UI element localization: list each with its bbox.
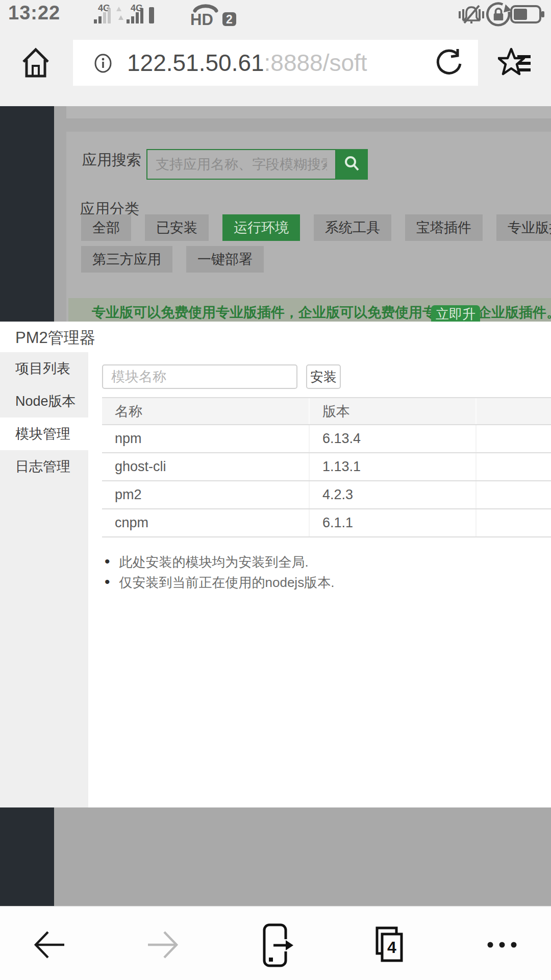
tab-count-badge: 4 <box>387 938 396 957</box>
dialog-sidebar-item[interactable]: 模块管理 <box>0 418 88 450</box>
url-path: :8888/soft <box>264 50 367 76</box>
category-filter-button[interactable]: 宝塔插件 <box>405 214 483 241</box>
url-host: 122.51.50.61 <box>127 50 264 76</box>
rotation-lock-icon <box>486 2 511 27</box>
forward-button[interactable] <box>146 930 180 960</box>
column-header-version: 版本 <box>309 398 475 424</box>
app-store-card: 应用搜索 应用分类 全部已安装运行环境系统工具宝塔插件专业版插件第三方应用一键部… <box>66 132 551 327</box>
module-version-cell: 6.13.4 <box>309 425 475 452</box>
column-header-name: 名称 <box>102 398 309 424</box>
category-filter-button[interactable]: 系统工具 <box>314 214 391 241</box>
svg-text:HD: HD <box>190 11 213 27</box>
category-filter-button[interactable]: 已安装 <box>145 214 209 241</box>
refresh-button[interactable] <box>434 48 464 78</box>
vibrate-mute-icon <box>458 4 485 26</box>
browser-bottom-nav: 4 <box>0 906 551 980</box>
category-filter-button[interactable]: 全部 <box>81 214 131 241</box>
module-extra-cell <box>475 481 551 508</box>
address-bar[interactable]: 122.51.50.61:8888/soft <box>73 40 478 86</box>
module-extra-cell <box>475 509 551 536</box>
pm2-manager-dialog: PM2管理器 项目列表Node版本模块管理日志管理 安装 名称 版本 npm 6… <box>0 322 551 807</box>
url-text: 122.51.50.61:8888/soft <box>127 40 367 86</box>
module-table-header: 名称 版本 <box>102 397 551 425</box>
browser-chrome: 13:22 4G 4G HD 2 <box>0 0 551 106</box>
module-version-cell: 4.2.3 <box>309 481 475 508</box>
module-name-cell: npm <box>102 425 309 452</box>
module-table-row: ghost-cli 1.13.1 <box>102 453 551 481</box>
clock: 13:22 <box>8 2 60 24</box>
module-extra-cell <box>475 425 551 452</box>
module-note: 仅安装到当前正在使用的nodejs版本. <box>105 572 334 592</box>
svg-text:2: 2 <box>226 13 233 26</box>
dialog-sidebar-item[interactable]: Node版本 <box>0 385 88 418</box>
module-extra-cell <box>475 453 551 480</box>
dialog-sidebar-item[interactable]: 项目列表 <box>0 352 88 385</box>
magnifier-icon <box>343 155 361 173</box>
module-name-cell: pm2 <box>102 481 309 508</box>
category-filter-button[interactable]: 第三方应用 <box>81 246 172 273</box>
module-version-cell: 6.1.1 <box>309 509 475 536</box>
dialog-title: PM2管理器 <box>15 326 95 350</box>
module-version-cell: 1.13.1 <box>309 453 475 480</box>
dialog-sidebar: 项目列表Node版本模块管理日志管理 <box>0 352 88 807</box>
volte-hd-icon: HD 2 <box>190 3 243 27</box>
battery-icon <box>510 5 545 24</box>
app-search-input[interactable] <box>146 149 336 180</box>
module-table-row: pm2 4.2.3 <box>102 481 551 509</box>
column-header-extra <box>475 398 551 424</box>
status-bar: 13:22 4G 4G HD 2 <box>0 0 551 28</box>
module-table-row: npm 6.13.4 <box>102 425 551 453</box>
phone-screen: 13:22 4G 4G HD 2 <box>0 0 551 980</box>
tabs-button[interactable]: 4 <box>372 926 406 963</box>
module-name-input[interactable] <box>102 364 297 389</box>
install-button[interactable]: 安装 <box>306 364 341 389</box>
exit-fullscreen-button[interactable] <box>262 923 295 968</box>
category-filter-button[interactable]: 一键部署 <box>186 246 264 273</box>
app-search-button[interactable] <box>336 149 368 180</box>
url-row: 122.51.50.61:8888/soft <box>0 28 551 106</box>
dialog-sidebar-item[interactable]: 日志管理 <box>0 450 88 483</box>
more-menu-button[interactable] <box>486 941 519 949</box>
module-table: 名称 版本 npm 6.13.4 ghost-cli 1.13.1 pm2 <box>102 397 551 537</box>
home-button[interactable] <box>21 46 50 78</box>
module-table-body: npm 6.13.4 ghost-cli 1.13.1 pm2 4.2.3 cn… <box>102 425 551 537</box>
category-filter-button[interactable]: 专业版插件 <box>496 214 551 241</box>
favorites-menu-button[interactable] <box>498 47 532 77</box>
category-filter-group: 全部已安装运行环境系统工具宝塔插件专业版插件第三方应用一键部署 <box>81 214 551 273</box>
cellular-signal-icon: 4G 4G <box>92 3 192 26</box>
page-info-icon[interactable] <box>93 54 113 73</box>
back-button[interactable] <box>33 930 66 960</box>
module-name-cell: cnpm <box>102 509 309 536</box>
module-note: 此处安装的模块均为安装到全局. <box>105 551 334 572</box>
module-notes: 此处安装的模块均为安装到全局.仅安装到当前正在使用的nodejs版本. <box>105 551 334 592</box>
app-search-label: 应用搜索 <box>82 150 141 170</box>
upper-card-edge <box>66 106 551 118</box>
module-name-cell: ghost-cli <box>102 453 309 480</box>
module-table-row: cnpm 6.1.1 <box>102 509 551 537</box>
category-filter-button[interactable]: 运行环境 <box>222 214 300 241</box>
